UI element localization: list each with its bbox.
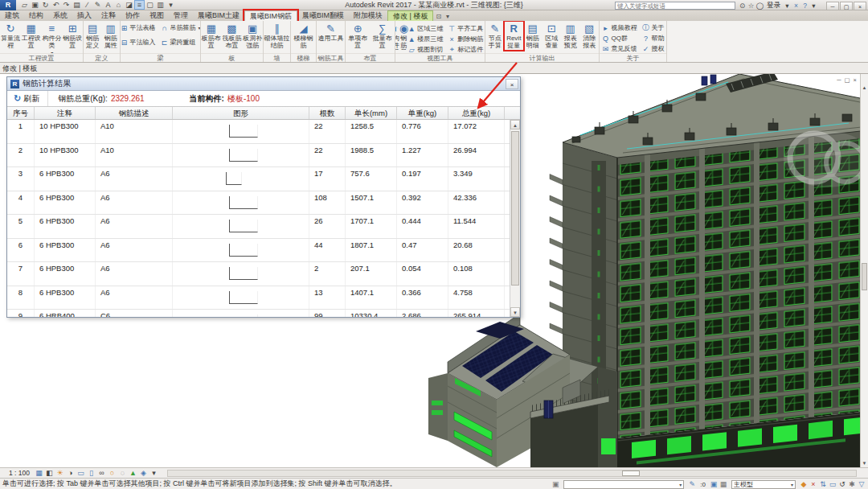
- table-column-header[interactable]: 序号: [7, 107, 35, 119]
- hscroll-thumb[interactable]: [622, 471, 640, 476]
- rebar-properties-button[interactable]: ▥钢筋属性: [102, 22, 121, 50]
- favorites-icon[interactable]: ☆: [747, 2, 755, 10]
- tab-manage[interactable]: 管理: [169, 10, 193, 21]
- view-bar-more-icon[interactable]: ▾: [149, 469, 159, 477]
- table-scrollbar[interactable]: ▲ ▼: [510, 120, 520, 317]
- tab-chenxi-bim-civil[interactable]: 晨曦BIM土建: [193, 10, 244, 21]
- scale-button[interactable]: 1 : 100: [5, 468, 34, 478]
- scroll-up-icon[interactable]: ▲: [861, 84, 868, 92]
- component-classification-button[interactable]: ≡构件分类: [42, 22, 63, 53]
- table-row[interactable]: 5 6 HPB300 A6 26 1707.1 0.444 11.544: [7, 215, 520, 239]
- rebar-settings-button[interactable]: ⊞钢筋设置: [62, 22, 83, 50]
- table-scroll-up-icon[interactable]: ▲: [510, 120, 520, 129]
- general-tools-button[interactable]: ✎通用工具: [317, 22, 345, 50]
- rebar-schedule-button[interactable]: ▤钢筋明细: [523, 22, 542, 50]
- table-row[interactable]: 3 6 HPB300 A6 17 757.6 0.197 3.349: [7, 167, 520, 191]
- revit-app-menu-button[interactable]: R: [0, 0, 16, 10]
- table-row[interactable]: 6 6 HPB300 A6 44 1807.1 0.47 20.68: [7, 239, 520, 263]
- help-search-input[interactable]: [615, 2, 735, 10]
- masonry-tie-rebar-button[interactable]: ∥砌体墙拉结筋: [264, 22, 290, 50]
- redo-icon[interactable]: ↷: [61, 1, 72, 9]
- search-icon[interactable]: ⊙: [738, 2, 747, 10]
- exchange-apps-icon[interactable]: ×: [792, 2, 800, 10]
- table-row[interactable]: 2 10 HPB300 A10 22 1988.5 1.227 26.994: [7, 144, 520, 168]
- view-restore-icon[interactable]: ▢: [845, 76, 850, 84]
- restore-button[interactable]: ▢: [840, 2, 853, 10]
- feedback-button[interactable]: ✉意见反馈: [602, 43, 637, 53]
- save-icon[interactable]: ▣: [30, 1, 40, 9]
- license-button[interactable]: ✓授权: [642, 43, 665, 53]
- video-tutorial-button[interactable]: ▸视频教程: [602, 23, 637, 33]
- report-preview-button[interactable]: ▥报表预览: [561, 22, 580, 50]
- section-icon[interactable]: ◪: [124, 1, 134, 9]
- floor-3d-button[interactable]: ▲楼层三维: [407, 34, 443, 44]
- table-row[interactable]: 4 6 HPB300 A6 108 1507.1 0.392 42.336: [7, 191, 520, 216]
- select-pinned-icon[interactable]: ↺: [837, 480, 847, 488]
- table-column-header[interactable]: 根数: [309, 107, 346, 119]
- analytical-model-icon[interactable]: ▲: [128, 469, 138, 477]
- design-option-select[interactable]: 主模型▾: [731, 480, 796, 489]
- tab-view[interactable]: 视图: [145, 10, 169, 21]
- sun-path-icon[interactable]: ☀: [55, 469, 65, 477]
- tab-insert[interactable]: 插入: [72, 10, 96, 21]
- region-3d-button[interactable]: ▲区域三维: [407, 23, 443, 34]
- help-menu-icon[interactable]: ▾: [809, 2, 818, 10]
- account-icon[interactable]: ◯: [755, 2, 764, 10]
- refresh-button[interactable]: ↻ 刷新: [7, 91, 48, 106]
- modify-panel-icon[interactable]: ⊡: [433, 12, 444, 21]
- tag-selection-button[interactable]: ⌖标记选件: [448, 44, 485, 53]
- clear-report-button[interactable]: ▧清除报表: [580, 22, 600, 50]
- worksharing-display-icon[interactable]: ◌: [117, 469, 128, 477]
- dialog-close-button[interactable]: ×: [506, 79, 518, 89]
- single-layout-button[interactable]: ⊕单项布置: [346, 22, 371, 50]
- undo-icon[interactable]: ↶: [51, 1, 61, 9]
- revit-quantity-button[interactable]: RRevit提量: [505, 22, 524, 50]
- dialog-title-bar[interactable]: R 钢筋计算结果 ×: [7, 77, 520, 91]
- table-column-header[interactable]: 钢筋描述: [96, 107, 173, 119]
- aligned-dimension-icon[interactable]: ✎: [92, 1, 103, 9]
- beam-plane-input-button[interactable]: ⊟平法输入: [121, 37, 156, 47]
- slab-rebar-layout-button[interactable]: ▦板筋布置: [201, 22, 222, 50]
- drawing-area[interactable]: ─▢× ▲ ▼ R 钢筋计算结果 × ↻ 刷新 钢筋总重(Kg): 2329.2…: [0, 74, 868, 467]
- about-button[interactable]: ⓘ关于: [642, 23, 665, 33]
- table-row[interactable]: 9 6 HRB400 C6 99 10330.4 2.686 265.914: [7, 310, 520, 317]
- customize-qat-icon[interactable]: ▾: [166, 1, 176, 9]
- close-button[interactable]: ×: [854, 2, 866, 10]
- table-column-header[interactable]: 图形: [173, 107, 309, 119]
- visual-style-icon[interactable]: ◧: [44, 469, 55, 477]
- beam-span-regroup-button[interactable]: ⊏梁跨重组: [161, 37, 201, 47]
- slab-opening-reinforcement-button[interactable]: ▣板洞补强筋: [242, 22, 263, 50]
- thin-lines-icon[interactable]: ≡: [134, 0, 145, 10]
- selection-filter-icon[interactable]: ▽: [857, 480, 866, 488]
- signin-button[interactable]: 登录: [767, 1, 780, 10]
- view-section-button[interactable]: ▱视图剖切: [407, 44, 443, 53]
- raft-rebar-layout-button[interactable]: ▩筏板筋布置: [222, 22, 243, 50]
- open-icon[interactable]: ▱: [19, 1, 30, 9]
- tab-modify-floor[interactable]: 修改 | 楼板: [387, 10, 433, 21]
- table-row[interactable]: 1 10 HPB300 A10 22 1258.5 0.776 17.072: [7, 120, 520, 144]
- show-crop-region-icon[interactable]: ▯: [86, 469, 96, 477]
- text-icon[interactable]: A: [103, 1, 113, 9]
- table-scroll-thumb[interactable]: [511, 131, 519, 286]
- editable-only-icon[interactable]: ▣: [551, 480, 560, 488]
- press-drag-icon[interactable]: ⇅: [818, 480, 828, 488]
- beam-plane-table-button[interactable]: ⊞平法表格: [121, 23, 156, 33]
- minimize-button[interactable]: ─: [826, 2, 839, 10]
- tab-chenxi-bim-modeling[interactable]: 晨曦BIM翻模: [297, 10, 349, 21]
- vscroll-thumb[interactable]: [862, 263, 867, 290]
- align-tool-button[interactable]: ⊤平齐工具: [448, 23, 485, 34]
- rebar-definition-button[interactable]: ▤钢筋定义: [84, 22, 102, 50]
- tab-systems[interactable]: 系统: [48, 10, 72, 21]
- table-row[interactable]: 8 6 HPB300 A6 13 1407.1 0.366 4.758: [7, 286, 520, 310]
- table-row[interactable]: 7 6 HPB300 A6 2 207.1 0.054 0.108: [7, 262, 520, 286]
- temporary-hide-isolate-icon[interactable]: ∞: [96, 469, 107, 477]
- delete-rebar-button[interactable]: ×删除钢筋: [448, 34, 485, 44]
- switch-windows-icon[interactable]: ▥: [155, 1, 166, 9]
- print-icon[interactable]: ▤: [72, 1, 82, 9]
- select-underlay-icon[interactable]: ▭: [828, 480, 837, 488]
- table-column-header[interactable]: 注释: [35, 107, 96, 119]
- main-model-icon[interactable]: ▦: [719, 480, 728, 488]
- tab-collaborate[interactable]: 协作: [121, 10, 145, 21]
- select-by-face-icon[interactable]: ✱: [847, 480, 857, 488]
- table-column-header[interactable]: 单重(kg): [397, 107, 448, 119]
